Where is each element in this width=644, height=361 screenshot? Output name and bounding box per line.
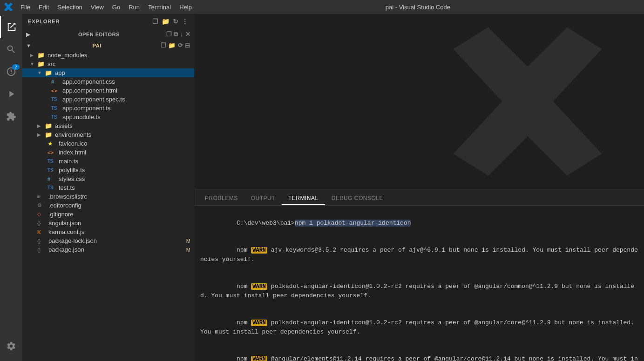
terminal-line-3: npm WARN polkadot-angular-identicon@1.0.… [200,309,638,346]
menu-selection[interactable]: Selection [54,3,86,12]
open-editors-label: OPEN EDITORS [78,32,120,37]
tab-terminal[interactable]: TERMINAL [282,192,325,205]
new-file-open-icon[interactable]: ❐ [166,31,172,38]
tree-browserslistrc[interactable]: ≡ .browserslistrc [22,192,194,201]
menu-help[interactable]: Help [176,3,196,12]
terminal-panel: PROBLEMS OUTPUT TERMINAL DEBUG CONSOLE C… [195,189,644,361]
terminal-line-4: npm WARN @angular/elements@11.2.14 requi… [200,346,638,361]
collapse-icon[interactable]: ⋮ [182,18,189,25]
menu-bar: File Edit Selection View Go Run Terminal… [17,3,196,12]
save-all-icon[interactable]: ↓ [180,31,183,38]
open-editors-icons: ❐ ⧉ ↓ ✕ [166,31,191,38]
activity-bar: 2 [0,14,22,361]
tree-package-lock-json[interactable]: {} package-lock.json M [22,236,194,245]
split-editor-icon[interactable]: ⧉ [174,31,178,38]
terminal-line-2: npm WARN polkadot-angular-identicon@1.0.… [200,273,638,309]
activity-extensions[interactable] [0,105,22,127]
project-new-folder-icon[interactable]: 📁 [168,42,176,49]
tree-app-component-html[interactable]: <> app.component.html [22,86,194,95]
menu-run[interactable]: Run [125,3,143,12]
modified-badge-pkg: M [186,247,190,253]
tab-debug-console[interactable]: DEBUG CONSOLE [325,192,390,205]
tree-karma-conf-js[interactable]: K karma.conf.js [22,227,194,236]
tree-test-ts[interactable]: TS test.ts [22,183,194,192]
project-new-file-icon[interactable]: ❐ [161,42,167,49]
explorer-header: EXPLORER ❐ 📁 ↻ ⋮ [22,14,194,29]
project-section[interactable]: ▼ PAI ❐ 📁 ⟳ ⊟ [22,40,194,51]
project-icons: ❐ 📁 ⟳ ⊟ [161,42,190,49]
window-title: pai - Visual Studio Code [196,4,640,11]
tree-polyfills-ts[interactable]: TS polyfills.ts [22,166,194,174]
project-label: PAI [93,43,102,48]
tab-problems[interactable]: PROBLEMS [198,192,244,205]
file-tree: ▶ 📁 node_modules ▼ 📁 src ▼ 📁 app [22,51,194,361]
open-editors-arrow: ▶ [26,32,30,38]
app-logo [4,2,13,12]
tree-app-component-ts[interactable]: TS app.component.ts [22,104,194,113]
new-file-icon[interactable]: ❐ [152,18,159,25]
tab-output[interactable]: OUTPUT [244,192,282,205]
terminal-tabs: PROBLEMS OUTPUT TERMINAL DEBUG CONSOLE [195,189,644,206]
project-arrow: ▼ [26,43,31,48]
terminal-line-1: npm WARN ajv-keywords@3.5.2 requires a p… [200,237,638,273]
explorer-label: EXPLORER [28,19,60,24]
project-collapse-icon[interactable]: ⊟ [185,42,190,49]
terminal-line-command: C:\dev\web3\pai>npm i polkadot-angular-i… [200,209,638,237]
tree-gitignore[interactable]: ◇ .gitignore [22,210,194,219]
tree-styles-css[interactable]: # styles.css [22,174,194,183]
tree-angular-json[interactable]: {} angular.json [22,219,194,227]
new-folder-icon[interactable]: 📁 [162,18,170,25]
editor-background [195,14,644,189]
vscode-logo [448,22,607,180]
tree-node-modules[interactable]: ▶ 📁 node_modules [22,51,194,60]
tree-app[interactable]: ▼ 📁 app [22,68,194,77]
activity-settings[interactable] [0,335,22,357]
activity-source-control[interactable]: 2 [0,60,22,83]
terminal-content[interactable]: C:\dev\web3\pai>npm i polkadot-angular-i… [195,206,644,361]
project-refresh-icon[interactable]: ⟳ [178,42,183,49]
tree-favicon[interactable]: ★ favicon.ico [22,139,194,148]
open-editors-section[interactable]: ▶ OPEN EDITORS ❐ ⧉ ↓ ✕ [22,29,194,40]
tree-app-component-css[interactable]: # app.component.css [22,77,194,86]
tree-index-html[interactable]: <> index.html [22,148,194,157]
tree-assets[interactable]: ▶ 📁 assets [22,121,194,130]
tree-package-json[interactable]: {} package.json M [22,245,194,254]
titlebar: File Edit Selection View Go Run Terminal… [0,0,644,14]
menu-terminal[interactable]: Terminal [144,3,175,12]
sidebar: EXPLORER ❐ 📁 ↻ ⋮ ▶ OPEN EDITORS ❐ ⧉ ↓ ✕ … [22,14,195,361]
menu-go[interactable]: Go [108,3,124,12]
close-all-icon[interactable]: ✕ [185,31,191,38]
activity-explorer[interactable] [0,16,22,38]
menu-file[interactable]: File [17,3,34,12]
explorer-header-icons: ❐ 📁 ↻ ⋮ [152,18,189,25]
tree-app-component-spec-ts[interactable]: TS app.component.spec.ts [22,95,194,104]
source-control-badge: 2 [12,64,20,70]
editor-area: PROBLEMS OUTPUT TERMINAL DEBUG CONSOLE C… [195,14,644,361]
tree-main-ts[interactable]: TS main.ts [22,157,194,166]
menu-edit[interactable]: Edit [35,3,53,12]
tree-app-module-ts[interactable]: TS app.module.ts [22,113,194,121]
activity-search[interactable] [0,38,22,60]
activity-run[interactable] [0,83,22,105]
tree-environments[interactable]: ▶ 📁 environments [22,130,194,139]
menu-view[interactable]: View [87,3,108,12]
modified-badge-lock: M [186,238,190,244]
tree-editorconfig[interactable]: ⚙ .editorconfig [22,201,194,210]
tree-src[interactable]: ▼ 📁 src [22,60,194,68]
refresh-icon[interactable]: ↻ [173,18,179,25]
